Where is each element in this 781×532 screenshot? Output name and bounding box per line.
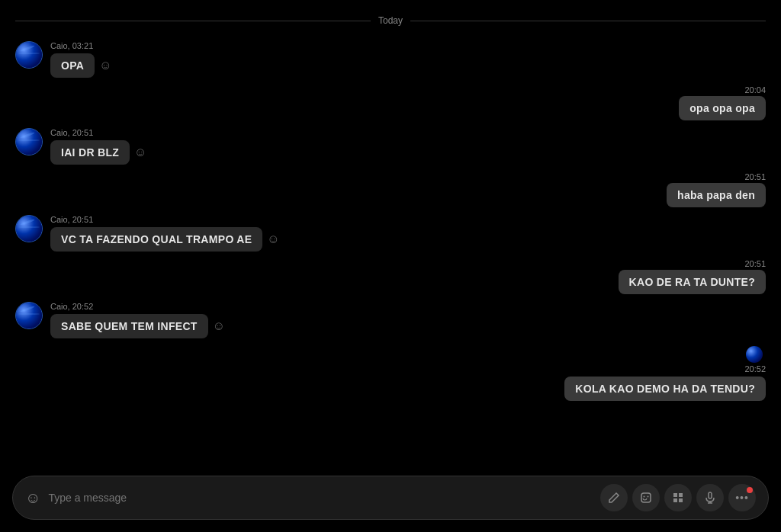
- grid-button[interactable]: [664, 484, 692, 511]
- chat-area: Today Caio, 03:21 OPA ☺ 20:04 opa opa op…: [0, 0, 781, 468]
- message-bubble: KOLA KAO DEMO HA DA TENDU?: [564, 377, 766, 401]
- message-content: Caio, 20:51 VC TA FAZENDO QUAL TRAMPO AE…: [50, 215, 280, 252]
- svg-rect-0: [641, 493, 651, 502]
- date-label: Today: [378, 15, 403, 26]
- svg-rect-6: [679, 498, 683, 502]
- message-bubble: haba papa den: [667, 183, 766, 207]
- message-bubble: OPA: [50, 53, 95, 78]
- input-bar: ☺: [12, 476, 769, 520]
- outgoing-section: 20:52 KOLA KAO DEMO HA DA TENDU?: [15, 346, 766, 401]
- message-bubble: opa opa opa: [679, 96, 766, 120]
- message-content: Caio, 03:21 OPA ☺: [50, 41, 112, 78]
- outgoing-section: 20:04 opa opa opa: [15, 85, 766, 120]
- svg-rect-5: [673, 498, 677, 502]
- bubble-row: IAI DR BLZ ☺: [50, 140, 146, 165]
- mic-button[interactable]: [696, 484, 724, 511]
- message-meta: Caio, 20:52: [50, 302, 225, 311]
- message-group: Caio, 20:51 VC TA FAZENDO QUAL TRAMPO AE…: [15, 215, 705, 252]
- outgoing-section: 20:51 KAO DE RA TA DUNTE?: [15, 259, 766, 294]
- outgoing-time: 20:52: [744, 364, 766, 373]
- react-emoji[interactable]: ☺: [267, 232, 279, 246]
- bubble-row: OPA ☺: [50, 53, 112, 78]
- svg-point-2: [648, 496, 649, 498]
- svg-rect-3: [673, 493, 677, 497]
- message-group: Caio, 20:51 IAI DR BLZ ☺: [15, 128, 705, 165]
- message-meta: Caio, 20:51: [50, 128, 146, 137]
- more-dots: •••: [735, 492, 749, 504]
- message-content: Caio, 20:52 SABE QUEM TEM INFECT ☺: [50, 302, 225, 338]
- outgoing-time: 20:51: [744, 259, 766, 268]
- avatar: [15, 215, 43, 242]
- outgoing-section: 20:51 haba papa den: [15, 172, 766, 207]
- message-bubble: VC TA FAZENDO QUAL TRAMPO AE: [50, 227, 262, 252]
- avatar: [15, 41, 43, 69]
- message-meta: Caio, 03:21: [50, 41, 112, 50]
- outgoing-time: 20:04: [744, 85, 766, 95]
- sticker-button[interactable]: [632, 484, 660, 511]
- mic-icon: [704, 492, 716, 504]
- bubble-row: SABE QUEM TEM INFECT ☺: [50, 314, 225, 338]
- avatar: [15, 128, 43, 155]
- small-avatar: [746, 346, 763, 363]
- bubble-row: VC TA FAZENDO QUAL TRAMPO AE ☺: [50, 227, 280, 252]
- more-button[interactable]: •••: [728, 484, 756, 511]
- message-bubble: SABE QUEM TEM INFECT: [50, 314, 208, 338]
- svg-point-1: [644, 496, 645, 498]
- emoji-button[interactable]: ☺: [25, 489, 40, 507]
- divider-line-left: [15, 21, 371, 21]
- message-group: Caio, 20:52 SABE QUEM TEM INFECT ☺: [15, 302, 705, 338]
- react-emoji[interactable]: ☺: [213, 319, 225, 333]
- message-meta: Caio, 20:51: [50, 215, 280, 224]
- react-emoji[interactable]: ☺: [99, 59, 111, 72]
- input-actions: •••: [600, 484, 756, 511]
- divider-line-right: [410, 21, 766, 21]
- message-input[interactable]: [48, 492, 593, 504]
- sticker-icon: [640, 492, 652, 504]
- svg-rect-4: [679, 493, 683, 497]
- grid-icon: [672, 492, 684, 504]
- message-group: Caio, 03:21 OPA ☺: [15, 41, 705, 78]
- message-bubble: IAI DR BLZ: [50, 140, 130, 165]
- outgoing-time: 20:51: [744, 172, 766, 181]
- pen-icon: [608, 492, 620, 504]
- message-bubble: KAO DE RA TA DUNTE?: [619, 270, 766, 294]
- svg-rect-7: [709, 492, 712, 498]
- react-emoji[interactable]: ☺: [134, 146, 146, 159]
- message-content: Caio, 20:51 IAI DR BLZ ☺: [50, 128, 146, 165]
- pen-button[interactable]: [600, 484, 628, 511]
- date-divider: Today: [15, 15, 766, 26]
- avatar: [15, 302, 43, 329]
